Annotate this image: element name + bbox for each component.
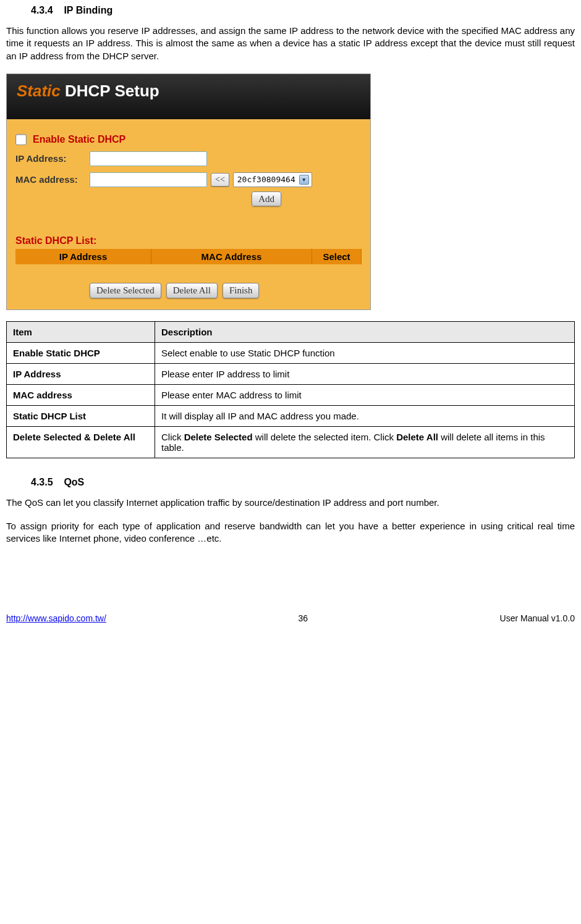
table-desc: Select enable to use Static DHCP functio… (155, 342, 575, 363)
col-select: Select (312, 249, 362, 264)
table-desc: It will display all IP and MAC address y… (155, 405, 575, 426)
page-number: 36 (298, 613, 308, 623)
table-row: Static DHCP List It will display all IP … (7, 405, 575, 426)
section2-paragraph2: To assign priority for each type of appl… (6, 520, 575, 545)
section-title: IP Binding (64, 5, 112, 15)
desc-bold: Delete All (396, 432, 438, 442)
static-dhcp-list-title: Static DHCP List: (15, 235, 362, 246)
mac-dropdown[interactable]: 20cf30809464 ▼ (233, 172, 312, 187)
ip-address-label: IP Address: (15, 153, 90, 164)
enable-static-dhcp-label: Enable Static DHCP (33, 134, 125, 145)
static-dhcp-setup-screenshot: Static DHCP Setup Enable Static DHCP IP … (6, 74, 371, 310)
table-row: IP Address Please enter IP address to li… (7, 363, 575, 384)
table-item: Static DHCP List (7, 405, 155, 426)
section1-paragraph: This function allows you reserve IP addr… (6, 25, 575, 62)
banner-white: DHCP Setup (65, 82, 159, 100)
table-item: Delete Selected & Delete All (7, 426, 155, 458)
page-footer: http://www.sapido.com.tw/ 36 User Manual… (6, 613, 575, 629)
finish-button[interactable]: Finish (223, 283, 260, 298)
copy-mac-button[interactable]: << (211, 173, 229, 187)
banner-italic: Static (17, 82, 65, 100)
section-number: 4.3.4 (31, 5, 53, 15)
table-header-item: Item (7, 321, 155, 342)
section2-paragraph1: The QoS can let you classify Internet ap… (6, 497, 575, 509)
table-row: Enable Static DHCP Select enable to use … (7, 342, 575, 363)
add-button[interactable]: Add (252, 191, 281, 206)
list-header-row: IP Address MAC Address Select (15, 249, 362, 264)
section-4-3-4-heading: 4.3.4 IP Binding (31, 5, 575, 16)
ip-address-input[interactable] (90, 151, 207, 166)
delete-all-button[interactable]: Delete All (166, 283, 218, 298)
mac-address-label: MAC address: (15, 174, 90, 185)
table-item: Enable Static DHCP (7, 342, 155, 363)
description-table: Item Description Enable Static DHCP Sele… (6, 321, 575, 458)
col-ip-address: IP Address (15, 249, 151, 264)
table-item: MAC address (7, 384, 155, 405)
desc-text: Click (161, 432, 184, 442)
delete-selected-button[interactable]: Delete Selected (90, 283, 161, 298)
col-mac-address: MAC Address (151, 249, 312, 264)
table-desc: Please enter IP address to limit (155, 363, 575, 384)
mac-dropdown-value: 20cf30809464 (237, 175, 295, 184)
enable-static-dhcp-checkbox[interactable] (15, 134, 27, 145)
chevron-down-icon: ▼ (299, 175, 309, 185)
footer-version: User Manual v1.0.0 (500, 613, 575, 623)
table-row: MAC address Please enter MAC address to … (7, 384, 575, 405)
table-desc: Please enter MAC address to limit (155, 384, 575, 405)
table-header-description: Description (155, 321, 575, 342)
desc-bold: Delete Selected (184, 432, 253, 442)
table-item: IP Address (7, 363, 155, 384)
section-title: QoS (64, 477, 84, 487)
screenshot-body: Enable Static DHCP IP Address: MAC addre… (7, 119, 370, 309)
section-number: 4.3.5 (31, 477, 53, 487)
footer-url[interactable]: http://www.sapido.com.tw/ (6, 613, 106, 623)
section-4-3-5-heading: 4.3.5 QoS (31, 477, 575, 488)
desc-text: will delete the selected item. Click (253, 432, 397, 442)
table-row: Delete Selected & Delete All Click Delet… (7, 426, 575, 458)
mac-address-input[interactable] (90, 172, 207, 187)
table-desc: Click Delete Selected will delete the se… (155, 426, 575, 458)
screenshot-banner: Static DHCP Setup (7, 74, 370, 119)
